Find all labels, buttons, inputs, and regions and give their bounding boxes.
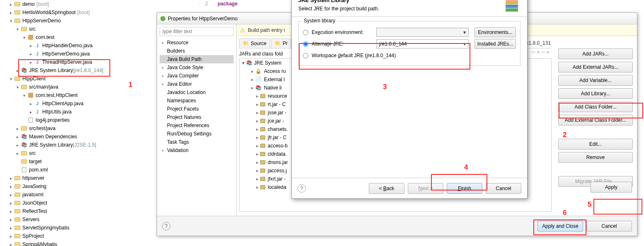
expand-icon: ▸ [15,134,20,139]
tree-row[interactable]: ▾HtppClient [0,75,157,83]
chevron-right-icon: ▸ [162,148,166,152]
tree-row[interactable]: ▾com.test [0,33,157,41]
project-icon [14,192,21,198]
tree-row[interactable]: ▸Servers [0,215,157,224]
nav-item-project-references[interactable]: Project References [160,121,234,130]
tree-row[interactable]: target [0,157,157,166]
library-icon: 📚 [246,60,252,66]
next-button: Next > [408,183,443,194]
alt-jre-combo[interactable]: jre1.8.0_144 [376,39,469,48]
java-icon: J [34,51,41,57]
tree-row[interactable]: pom.xml [0,166,157,174]
tree-row[interactable]: ▸JHttpClientApp.java [0,99,157,108]
exec-env-label[interactable]: Execution environment: [312,29,374,35]
tree-row[interactable]: ▾src/main/java [0,83,157,91]
tree-row[interactable]: ▾com.test.HttpClient [0,91,157,99]
expand-icon: ▾ [15,27,20,31]
tree-row[interactable]: ▸📚Maven Dependencies [0,133,157,141]
tree-row[interactable]: ▸📚JRE System Library[jre1.8.0_144] [0,66,157,75]
apply-button[interactable]: Apply [591,182,632,193]
apply-and-close-button[interactable]: Apply and Close [537,221,583,232]
tree-label: Servers [22,217,39,222]
tree-row[interactable]: ▸JHttpHandlerDemo.java [0,41,157,50]
nav-item-resource[interactable]: ▸Resource [160,39,234,47]
cancel-button[interactable]: Cancel [586,221,632,232]
chevron-right-icon: ▸ [251,85,254,91]
nav-item-project-facets[interactable]: Project Facets [160,105,234,113]
folder-icon [21,84,27,90]
tree-label: JRE System Library [29,68,73,73]
tree-row[interactable]: ▸JHttpServerDemo.java [0,50,157,58]
tree-row[interactable]: ▸demo[boot] [0,0,157,8]
environments-button[interactable]: Environments... [475,27,516,37]
source-folder-icon: 📁 [243,41,249,46]
tree-row[interactable]: ▸javatoxml [0,191,157,199]
tree-row[interactable]: ▸ServletSpringmybatis [0,224,157,232]
nav-item-validation[interactable]: ▸Validation [160,146,234,154]
nav-item-java-code-style[interactable]: ▸Java Code Style [160,63,234,72]
installed-jres-button[interactable]: Installed JREs... [475,39,516,49]
edit-button[interactable]: Edit... [558,139,633,150]
tree-label: JRE System Library [29,142,73,148]
workspace-default-label[interactable]: Workspace default JRE (jre1.8.0_144) [312,53,396,58]
group-title: System library [302,18,337,24]
exec-env-radio[interactable] [303,30,308,35]
alt-jre-label[interactable]: Alternate JRE: [312,41,374,47]
jre-header: JRE System Library Select JRE for the pr… [292,0,527,17]
tree-row[interactable]: ▸📚JRE System Library[J2SE-1.5] [0,141,157,149]
tree-row[interactable]: ▾src [0,25,157,33]
add-variable-button[interactable]: Add Variable... [558,75,633,86]
jre-icon: 📚 [21,134,27,140]
add-library-button[interactable]: Add Library... [558,88,633,99]
tree-label: HerlloWorld&Springboot [22,10,76,15]
system-library-group: System library Execution environment: En… [298,21,521,66]
tab-source[interactable]: 📁Source [239,39,270,48]
tree-row[interactable]: ▸src/test/java [0,124,157,133]
back-button[interactable]: < Back [369,183,404,194]
add-external-class-folder-button[interactable]: Add External Class Folder... [558,115,633,125]
alt-jre-radio[interactable] [303,41,308,47]
nav-item-run-debug-settings[interactable]: Run/Debug Settings [160,130,234,138]
expand-icon: ▸ [8,242,13,246]
tree-row[interactable]: ▸src [0,149,157,157]
back-arrow-icon[interactable]: ⇦ ▾ [531,49,539,55]
properties-nav: ▸ResourceBuildersJava Build Path▸Java Co… [157,24,237,216]
project-icon [14,183,21,189]
tree-row[interactable]: ▸SpProject [0,232,157,240]
tree-row[interactable]: ▸JavaSwing [0,182,157,191]
tree-row[interactable]: ▸JHttpUtils.java [0,108,157,116]
add-jars-button[interactable]: Add JARs... [558,48,633,59]
tree-row[interactable]: ▸JThreadHttpServer.java [0,58,157,66]
workspace-default-radio[interactable] [303,53,308,58]
tree-row[interactable]: ▾HtppServerDemo [0,17,157,25]
tree-row[interactable]: ▸HerlloWorld&Springboot[boot] [0,8,157,17]
finish-button[interactable]: Finish [447,183,482,194]
nav-item-java-editor[interactable]: ▸Java Editor [160,80,234,88]
tree-label: HtppServerDemo [22,18,61,24]
tab-projects[interactable]: 📁Pr [271,39,291,48]
tree-row[interactable]: ▸Spring&Mybatis [0,240,157,246]
nav-label: Java Build Path [167,56,201,62]
nav-item-javadoc-location[interactable]: Javadoc Location [160,88,234,96]
add-external-jars-button[interactable]: Add External JARs... [558,62,633,72]
project-icon [14,217,21,222]
nav-item-task-tags[interactable]: Task Tags [160,138,234,146]
nav-item-builders[interactable]: Builders [160,47,234,55]
nav-item-java-build-path[interactable]: Java Build Path [160,55,234,63]
nav-item-project-natures[interactable]: Project Natures [160,113,234,121]
help-icon[interactable]: ? [162,222,170,230]
tree-row[interactable]: ▸JsonObject [0,199,157,207]
cancel-button[interactable]: Cancel [486,183,521,194]
fwd-arrow-icon[interactable]: ⇨ ▾ [541,49,549,55]
chevron-right-icon: ▸ [256,151,259,157]
tree-row[interactable]: ▸ReflectTest [0,207,157,215]
filter-input[interactable] [160,27,234,36]
tree-row[interactable]: ▸httpserver [0,174,157,182]
nav-item-java-compiler[interactable]: ▸Java Compiler [160,72,234,80]
tree-row[interactable]: log4j.properties [0,116,157,124]
add-class-folder-button[interactable]: Add Class Folder... [558,101,633,112]
remove-button[interactable]: Remove [558,152,633,163]
nav-item-namespaces[interactable]: Namespaces [160,96,234,105]
help-icon[interactable]: ? [298,184,306,193]
editor-line: 2 package [199,1,237,7]
